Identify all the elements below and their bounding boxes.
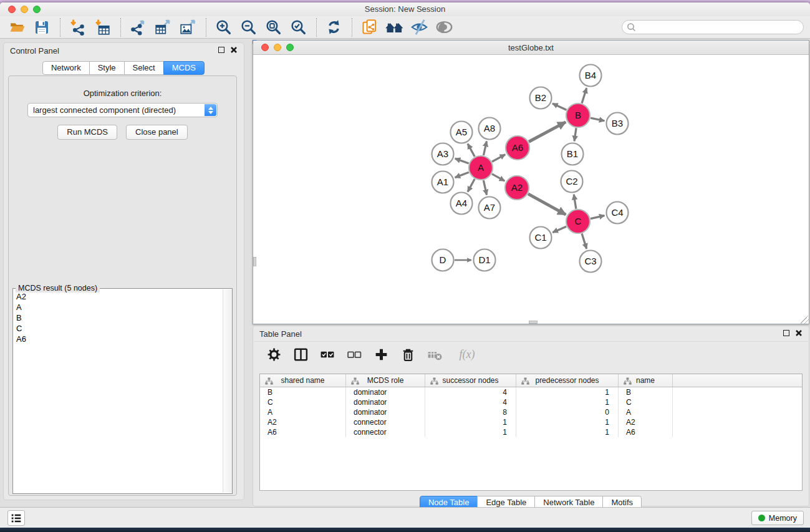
table-cell[interactable]: B — [260, 387, 346, 397]
table-cell[interactable]: 4 — [425, 397, 516, 407]
close-panel-button-mcds[interactable]: Close panel — [126, 125, 188, 140]
graph-edge-A2-C[interactable] — [528, 194, 566, 215]
delete-column-button[interactable] — [399, 346, 417, 364]
table-cell[interactable]: 8 — [425, 407, 516, 417]
table-cell[interactable]: 1 — [516, 387, 619, 397]
tab-mcds[interactable]: MCDS — [163, 61, 205, 75]
table-cell[interactable]: 1 — [425, 417, 516, 427]
vertical-scrollbar-thumb[interactable] — [253, 257, 256, 266]
graph-edge-A-A7[interactable] — [483, 180, 486, 195]
run-mcds-button[interactable]: Run MCDS — [57, 125, 117, 140]
graph-node-D1[interactable]: D1 — [474, 249, 496, 271]
table-cell[interactable]: C — [260, 397, 346, 407]
table-cell[interactable]: A — [260, 407, 346, 417]
resize-gripper[interactable] — [801, 316, 809, 324]
graph-node-A1[interactable]: A1 — [432, 172, 454, 193]
zoom-selected-button[interactable] — [287, 18, 309, 37]
table-cell[interactable]: 1 — [516, 417, 619, 427]
mcds-result-item[interactable]: C — [13, 323, 222, 334]
graph-node-C2[interactable]: C2 — [561, 171, 583, 193]
table-tab-network-table[interactable]: Network Table — [534, 496, 603, 507]
add-column-button[interactable] — [372, 346, 390, 364]
table-cell[interactable]: 1 — [516, 397, 619, 407]
float-table-panel-button[interactable] — [783, 330, 789, 336]
table-row[interactable]: A2connector11A2 — [260, 417, 802, 427]
column-header-mcds-role[interactable]: MCDS role — [346, 374, 425, 387]
graph-node-B3[interactable]: B3 — [607, 113, 629, 135]
graph-node-A2[interactable]: A2 — [505, 176, 529, 200]
table-cell[interactable]: A2 — [260, 417, 346, 427]
table-tab-node-table[interactable]: Node Table — [420, 496, 478, 507]
graph-node-A7[interactable]: A7 — [479, 197, 501, 219]
mcds-result-item[interactable]: B — [13, 312, 222, 323]
zoom-in-button[interactable] — [213, 18, 234, 37]
graph-node-B4[interactable]: B4 — [580, 65, 602, 87]
table-row[interactable]: Cdominator41C — [260, 397, 802, 407]
table-cell[interactable]: 0 — [516, 407, 619, 417]
graph-node-B[interactable]: B — [566, 104, 590, 127]
graph-node-A6[interactable]: A6 — [506, 136, 529, 160]
table-cell[interactable]: A6 — [260, 427, 346, 437]
close-panel-button[interactable] — [230, 46, 238, 54]
graph-edge-B-B2[interactable] — [552, 104, 566, 110]
mcds-result-item[interactable]: A2 — [13, 291, 222, 302]
graph-edge-A-A4[interactable] — [468, 179, 475, 192]
graph-edge-A-A5[interactable] — [468, 143, 475, 157]
column-header-shared-name[interactable]: shared name — [260, 374, 346, 387]
copy-network-button[interactable] — [359, 18, 380, 37]
select-all-button[interactable] — [319, 346, 336, 364]
graph-edge-A-A8[interactable] — [483, 141, 486, 155]
graph-edge-A6-B[interactable] — [529, 122, 566, 142]
search-input[interactable] — [637, 22, 803, 33]
table-cell[interactable]: 1 — [425, 427, 516, 437]
table-cell[interactable]: A2 — [619, 417, 673, 427]
table-cell[interactable]: B — [619, 387, 673, 397]
graph-node-A[interactable]: A — [469, 156, 493, 180]
zoom-fit-button[interactable] — [263, 18, 284, 37]
mcds-result-scrollbar[interactable] — [223, 289, 232, 493]
table-cell[interactable]: A6 — [619, 427, 673, 437]
memory-button[interactable]: Memory — [751, 511, 804, 525]
table-cell[interactable]: C — [619, 397, 673, 407]
table-row[interactable]: Adominator80A — [260, 407, 802, 417]
column-header-successor-nodes[interactable]: successor nodes — [425, 374, 516, 387]
graph-node-C3[interactable]: C3 — [580, 251, 602, 273]
save-session-button[interactable] — [31, 18, 52, 37]
float-panel-button[interactable] — [218, 47, 224, 53]
column-header-predecessor-nodes[interactable]: predecessor nodes — [516, 374, 619, 387]
function-builder-button[interactable]: f(x) — [453, 346, 481, 364]
graph-node-D[interactable]: D — [432, 249, 454, 271]
refresh-button[interactable] — [323, 18, 344, 37]
table-cell[interactable]: 4 — [425, 387, 516, 397]
zoom-out-button[interactable] — [238, 18, 259, 37]
toggle-columns-button[interactable] — [292, 346, 309, 364]
table-cell[interactable]: 1 — [516, 427, 619, 437]
network-window-titlebar[interactable]: testGlobe.txt — [253, 41, 809, 55]
import-network-button[interactable] — [67, 18, 88, 37]
table-cell[interactable]: connector — [346, 417, 425, 427]
hide-eye-button[interactable] — [408, 18, 430, 37]
horizontal-scrollbar-thumb[interactable] — [529, 321, 538, 324]
show-eye-button[interactable] — [433, 18, 455, 37]
graph-edge-A-A1[interactable] — [455, 172, 469, 177]
deselect-all-button[interactable] — [345, 346, 363, 364]
tab-network[interactable]: Network — [42, 61, 90, 75]
table-cell[interactable]: dominator — [346, 407, 425, 417]
close-table-panel-button[interactable] — [795, 329, 803, 337]
tab-select[interactable]: Select — [124, 61, 164, 75]
graph-edge-A-A3[interactable] — [455, 158, 469, 163]
graph-edge-C-C3[interactable] — [582, 234, 587, 249]
graph-edge-C-C4[interactable] — [591, 216, 604, 219]
table-cell[interactable]: A — [619, 407, 673, 417]
graph-node-A4[interactable]: A4 — [451, 193, 473, 215]
table-settings-button[interactable] — [265, 346, 282, 364]
network-graph[interactable]: B4B2BB3A8A5A6A3B1AA1C2A2A4A7C4CC1DD1C3 — [253, 55, 809, 324]
graph-edge-C-C1[interactable] — [552, 226, 566, 232]
graph-edge-C-C2[interactable] — [574, 195, 576, 209]
table-cell[interactable]: connector — [346, 427, 425, 437]
tab-style[interactable]: Style — [89, 61, 125, 75]
delete-table-button[interactable] — [426, 346, 443, 364]
graph-node-A8[interactable]: A8 — [479, 118, 501, 140]
open-session-button[interactable] — [6, 18, 27, 37]
home-views-button[interactable] — [383, 18, 405, 37]
